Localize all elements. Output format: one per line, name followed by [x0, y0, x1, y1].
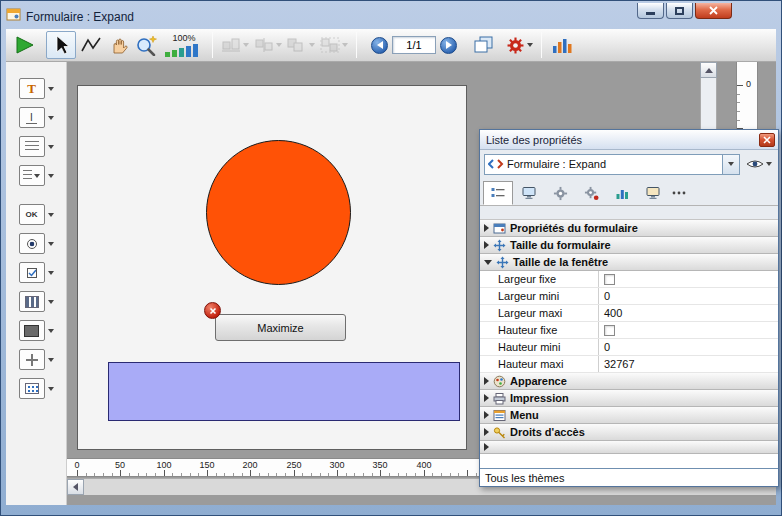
- settings-button[interactable]: [507, 37, 533, 54]
- combo-box-tool[interactable]: [19, 165, 54, 186]
- section-proprietes-du-formulaire[interactable]: Propriétés du formulaire: [480, 220, 778, 237]
- group-button[interactable]: [320, 37, 348, 53]
- key-icon: [493, 426, 506, 439]
- chevron-down-icon[interactable]: [48, 358, 54, 362]
- chevron-down-icon[interactable]: [48, 300, 54, 304]
- image-tool[interactable]: [19, 320, 54, 341]
- chevron-down-icon[interactable]: [48, 145, 54, 149]
- hauteur-maxi-value[interactable]: 32767: [598, 356, 778, 372]
- section-impression[interactable]: Impression: [480, 390, 778, 407]
- tab-more[interactable]: [669, 181, 689, 205]
- section-taille-de-la-fenetre[interactable]: Taille de la fenêtre: [480, 254, 778, 271]
- previous-page-button[interactable]: [371, 37, 388, 54]
- maximize-form-button[interactable]: Maximize: [215, 314, 346, 341]
- section-partial[interactable]: [480, 441, 778, 454]
- layers-icon: [473, 36, 495, 54]
- chevron-down-icon[interactable]: [48, 116, 54, 120]
- distribute-button[interactable]: [287, 37, 315, 53]
- chevron-down-icon[interactable]: [48, 329, 54, 333]
- edit-field-tool[interactable]: I: [19, 107, 54, 128]
- radio-button-tool[interactable]: [19, 233, 54, 254]
- edit-field-icon: I: [19, 107, 45, 128]
- tab-settings[interactable]: [545, 181, 575, 205]
- scroll-left-button[interactable]: [67, 479, 84, 495]
- tab-properties[interactable]: [483, 181, 513, 205]
- form-canvas[interactable]: Maximize: [77, 85, 467, 450]
- resize-arrows-icon: [493, 239, 506, 252]
- signal-bars-icon: [614, 186, 630, 200]
- section-menu[interactable]: Menu: [480, 407, 778, 424]
- error-badge[interactable]: [204, 302, 221, 319]
- button-tool[interactable]: OK: [19, 204, 54, 225]
- selected-element-label: Formulaire : Expand: [507, 158, 722, 170]
- zoom-tool-button[interactable]: [135, 35, 158, 56]
- monitor-icon: [645, 186, 661, 200]
- chevron-down-icon: [276, 43, 282, 47]
- page-indicator[interactable]: 1/1: [392, 36, 436, 54]
- align-center-button[interactable]: [254, 37, 282, 53]
- cursor-arrow-icon: [52, 35, 70, 55]
- element-selector-combo[interactable]: Formulaire : Expand: [484, 154, 740, 175]
- pan-tool-button[interactable]: [108, 35, 130, 55]
- chart-button[interactable]: [552, 37, 572, 54]
- chevron-down-icon[interactable]: [48, 174, 54, 178]
- monitor-icon: [521, 186, 537, 200]
- checkbox-tool[interactable]: [19, 262, 54, 283]
- zoom-level-label: 100%: [172, 33, 195, 43]
- chevron-down-icon[interactable]: [48, 87, 54, 91]
- hauteur-fixe-checkbox[interactable]: [604, 325, 615, 336]
- minimize-button[interactable]: [637, 3, 664, 19]
- palette-titlebar[interactable]: Liste des propriétés: [480, 130, 778, 150]
- align-left-button[interactable]: [221, 37, 249, 53]
- layers-button[interactable]: [473, 36, 495, 54]
- scrollbar-tool[interactable]: [19, 378, 54, 399]
- row-largeur-mini: Largeur mini 0: [480, 288, 778, 305]
- section-droits-d-acces[interactable]: Droits d'accès: [480, 424, 778, 441]
- text-tool[interactable]: T: [19, 78, 54, 99]
- scroll-up-button[interactable]: [700, 62, 717, 78]
- tab-statistics[interactable]: [607, 181, 637, 205]
- theme-selector[interactable]: Tous les thèmes: [480, 468, 778, 486]
- form-selector-icon: [488, 157, 504, 171]
- largeur-mini-value[interactable]: 0: [598, 288, 778, 304]
- collapse-arrow-icon: [484, 411, 489, 419]
- chevron-down-icon[interactable]: [48, 213, 54, 217]
- select-tool-button[interactable]: [46, 31, 76, 59]
- visibility-button[interactable]: [744, 154, 774, 175]
- close-button[interactable]: [695, 3, 732, 19]
- ellipsis-icon: [672, 191, 686, 195]
- largeur-maxi-value[interactable]: 400: [598, 305, 778, 321]
- draw-tool-button[interactable]: [81, 36, 103, 54]
- form-icon: [493, 222, 506, 235]
- ellipse-control[interactable]: [206, 140, 351, 285]
- arrow-left-icon: [377, 41, 383, 49]
- chevron-down-icon: [766, 162, 772, 166]
- maximize-window-button[interactable]: [666, 3, 693, 19]
- palette-tabs: [480, 178, 778, 206]
- run-test-button[interactable]: [14, 35, 36, 55]
- section-taille-du-formulaire[interactable]: Taille du formulaire: [480, 237, 778, 254]
- chevron-down-icon[interactable]: [48, 387, 54, 391]
- gear-plus-icon: [584, 186, 599, 201]
- window-titlebar[interactable]: Formulaire : Expand: [6, 4, 776, 29]
- table-tool[interactable]: [19, 291, 54, 312]
- palette-close-button[interactable]: [759, 133, 775, 147]
- shape-tool[interactable]: [19, 349, 54, 370]
- largeur-fixe-checkbox[interactable]: [604, 274, 615, 285]
- element-selector-row: Formulaire : Expand: [480, 150, 778, 178]
- tab-preview[interactable]: [638, 181, 668, 205]
- section-apparence[interactable]: Apparence: [480, 373, 778, 390]
- next-page-button[interactable]: [440, 37, 457, 54]
- combo-dropdown-button[interactable]: [722, 155, 739, 174]
- ruler-tick: 200: [242, 460, 257, 470]
- row-largeur-maxi: Largeur maxi 400: [480, 305, 778, 322]
- chevron-down-icon[interactable]: [48, 242, 54, 246]
- tab-advanced[interactable]: [576, 181, 606, 205]
- list-box-tool[interactable]: [19, 136, 54, 157]
- hauteur-mini-value[interactable]: 0: [598, 339, 778, 355]
- chevron-down-icon[interactable]: [48, 271, 54, 275]
- rectangle-control[interactable]: [108, 362, 460, 421]
- tab-display[interactable]: [514, 181, 544, 205]
- bar-chart-icon: [552, 37, 572, 54]
- zoom-level-widget[interactable]: 100%: [164, 33, 204, 58]
